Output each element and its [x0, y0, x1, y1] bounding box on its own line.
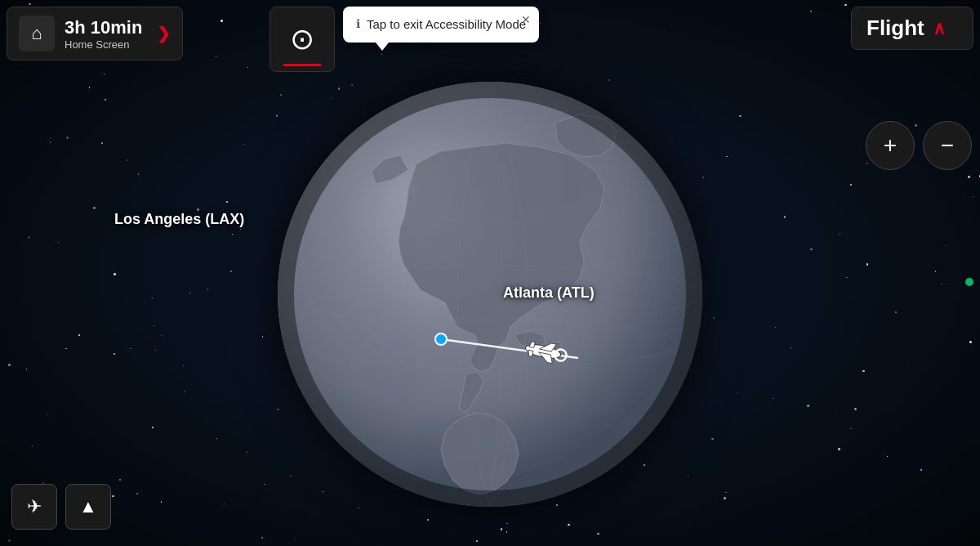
zoom-out-button[interactable]: − [923, 121, 972, 170]
flight-button[interactable]: Flight ∧ [851, 7, 973, 50]
accessibility-button[interactable]: ⊙ [270, 7, 335, 72]
accessibility-tooltip: ✕ ℹ Tap to exit Accessibility Mode [343, 7, 539, 43]
zoom-out-icon: − [941, 132, 954, 159]
svg-point-7 [435, 333, 447, 345]
home-chevron-icon: ❯ [157, 24, 171, 43]
flight-label: Flight [866, 16, 924, 41]
home-text: 3h 10min Home Screen [65, 17, 142, 51]
compass-button[interactable]: ▲ [65, 484, 111, 530]
lax-label: Los Angeles (LAX) [114, 211, 244, 228]
tooltip-text: Tap to exit Accessibility Mode [367, 16, 526, 33]
airplane-button[interactable]: ✈ [11, 484, 57, 530]
home-screen-label: Home Screen [65, 38, 142, 51]
globe-map-svg [278, 82, 702, 507]
tooltip-info-icon: ℹ [356, 17, 360, 30]
flight-chevron-icon: ∧ [933, 18, 946, 39]
zoom-in-icon: + [884, 132, 897, 159]
atl-label: Atlanta (ATL) [503, 284, 595, 302]
home-icon-box: ⌂ [19, 16, 55, 51]
zoom-in-button[interactable]: + [866, 121, 915, 170]
home-icon: ⌂ [31, 23, 42, 44]
flight-duration: 3h 10min [65, 17, 142, 38]
tooltip-content: ℹ Tap to exit Accessibility Mode [356, 16, 526, 33]
accessibility-underline [283, 64, 322, 66]
globe [278, 82, 702, 507]
compass-icon: ▲ [79, 496, 97, 517]
home-widget[interactable]: ⌂ 3h 10min Home Screen ❯ [7, 7, 183, 60]
tooltip-close-button[interactable]: ✕ [521, 13, 531, 26]
green-status-dot [965, 278, 973, 286]
svg-point-13 [554, 348, 568, 362]
airplane-icon: ✈ [27, 496, 42, 517]
accessibility-icon: ⊙ [290, 22, 314, 56]
globe-container [278, 82, 702, 507]
